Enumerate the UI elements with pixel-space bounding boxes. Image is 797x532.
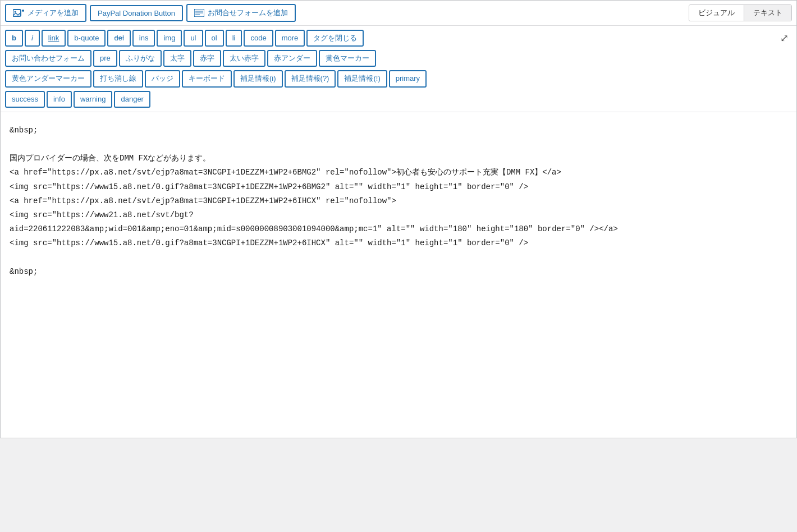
tag-info-q[interactable]: 補足情報(?) bbox=[285, 70, 336, 87]
toolbar-top: メディアを追加 PayPal Donation Button お問合せフォームを… bbox=[1, 1, 796, 26]
add-form-label: お問合せフォームを追加 bbox=[208, 8, 288, 18]
tag-strikethrough[interactable]: 打ち消し線 bbox=[93, 70, 143, 87]
tag-info[interactable]: info bbox=[47, 91, 72, 108]
tag-bold-red[interactable]: 太い赤字 bbox=[223, 50, 265, 67]
toolbar-top-left: メディアを追加 PayPal Donation Button お問合せフォームを… bbox=[5, 4, 685, 22]
tag-keyboard[interactable]: キーボード bbox=[182, 70, 232, 87]
tag-danger[interactable]: danger bbox=[114, 91, 150, 108]
tag-yellow-marker[interactable]: 黄色マーカー bbox=[319, 50, 376, 67]
tag-del[interactable]: del bbox=[107, 30, 130, 47]
tag-red-underline[interactable]: 赤アンダー bbox=[267, 50, 317, 67]
mode-switcher: ビジュアル テキスト bbox=[689, 4, 792, 21]
add-media-label: メディアを追加 bbox=[28, 8, 79, 18]
tag-contact-form[interactable]: お問い合わせフォーム bbox=[5, 50, 91, 67]
tag-primary[interactable]: primary bbox=[389, 70, 427, 87]
tag-row-2: お問い合わせフォーム pre ふりがな 太字 赤字 太い赤字 赤アンダー 黄色マ… bbox=[4, 48, 793, 68]
svg-rect-0 bbox=[13, 10, 21, 16]
tag-row-1: b i link b-quote del ins img ul ol li co… bbox=[4, 28, 793, 48]
tag-more[interactable]: more bbox=[275, 30, 305, 47]
paypal-button[interactable]: PayPal Donation Button bbox=[90, 5, 183, 21]
tag-ul[interactable]: ul bbox=[184, 30, 203, 47]
tag-red[interactable]: 赤字 bbox=[193, 50, 221, 67]
tag-code[interactable]: code bbox=[244, 30, 273, 47]
editor-textarea[interactable]: &nbsp; 国内プロバイダーの場合、次をDMM FXなどがあります。 <a h… bbox=[1, 112, 796, 438]
fullscreen-button[interactable]: ⤢ bbox=[777, 30, 792, 47]
form-icon bbox=[194, 9, 204, 17]
tag-badge[interactable]: バッジ bbox=[145, 70, 180, 87]
paypal-label: PayPal Donation Button bbox=[98, 9, 175, 17]
media-icon bbox=[13, 8, 24, 18]
tag-info-i[interactable]: 補足情報(i) bbox=[233, 70, 283, 87]
tag-close[interactable]: タグを閉じる bbox=[306, 30, 364, 47]
tag-bold-jp[interactable]: 太字 bbox=[163, 50, 191, 67]
tag-toolbar: b i link b-quote del ins img ul ol li co… bbox=[1, 26, 796, 112]
tag-row-3: 黄色アンダーマーカー 打ち消し線 バッジ キーボード 補足情報(i) 補足情報(… bbox=[4, 68, 793, 89]
tag-img[interactable]: img bbox=[157, 30, 182, 47]
tag-li[interactable]: li bbox=[226, 30, 242, 47]
tag-row-4: success info warning danger bbox=[4, 89, 793, 109]
tag-ol[interactable]: ol bbox=[205, 30, 224, 47]
tag-furigana[interactable]: ふりがな bbox=[119, 50, 162, 67]
tag-bold[interactable]: b bbox=[5, 30, 23, 47]
visual-mode-button[interactable]: ビジュアル bbox=[689, 5, 744, 21]
tag-success[interactable]: success bbox=[5, 91, 45, 108]
tag-link[interactable]: link bbox=[42, 30, 66, 47]
tag-bquote[interactable]: b-quote bbox=[67, 30, 106, 47]
text-mode-button[interactable]: テキスト bbox=[744, 5, 791, 21]
add-media-button[interactable]: メディアを追加 bbox=[5, 4, 86, 22]
tag-italic[interactable]: i bbox=[25, 30, 40, 47]
editor-container: メディアを追加 PayPal Donation Button お問合せフォームを… bbox=[0, 0, 797, 438]
tag-ins[interactable]: ins bbox=[132, 30, 155, 47]
tag-warning[interactable]: warning bbox=[74, 91, 113, 108]
tag-info-ex[interactable]: 補足情報(!) bbox=[337, 70, 387, 87]
tag-yellow-underline-marker[interactable]: 黄色アンダーマーカー bbox=[5, 70, 91, 87]
add-form-button[interactable]: お問合せフォームを追加 bbox=[186, 4, 296, 22]
tag-pre[interactable]: pre bbox=[93, 50, 117, 67]
